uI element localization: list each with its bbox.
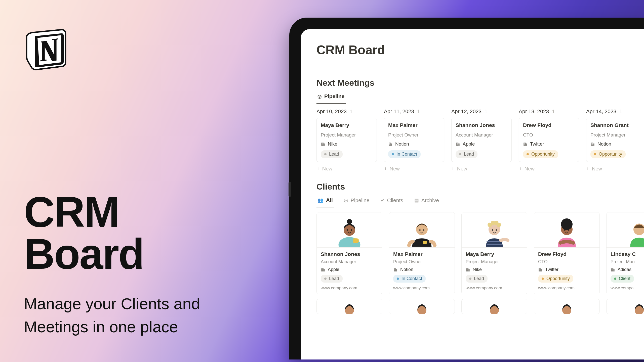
svg-rect-27 xyxy=(592,143,593,144)
status-badge: Opportunity xyxy=(538,275,573,283)
svg-rect-32 xyxy=(322,269,323,269)
svg-rect-15 xyxy=(457,143,458,144)
plus-icon: + xyxy=(519,166,522,172)
svg-rect-50 xyxy=(539,269,540,269)
tab-label: Pipeline xyxy=(324,93,345,99)
svg-rect-26 xyxy=(592,143,592,144)
device-screen: CRM Board Next Meetings ◎ Pipeline Apr 1… xyxy=(301,29,644,359)
svg-rect-33 xyxy=(323,269,323,269)
client-name: Shannon Jones xyxy=(321,251,378,257)
column-date: Apr 13, 2023 xyxy=(519,108,549,114)
svg-rect-40 xyxy=(394,270,395,270)
client-name: Max Palmer xyxy=(393,251,451,257)
client-role: Project Manager xyxy=(466,259,523,264)
meeting-name: Shannon Grant xyxy=(590,122,642,128)
svg-rect-1 xyxy=(324,144,325,146)
client-role: Account Manager xyxy=(321,259,378,264)
svg-rect-34 xyxy=(322,270,323,270)
meeting-role: Project Owner xyxy=(388,132,440,138)
svg-rect-48 xyxy=(539,268,541,271)
svg-rect-30 xyxy=(321,268,324,271)
new-button[interactable]: + New xyxy=(519,166,579,172)
client-card[interactable]: Drew Floyd CTO Twitter Opportunity www.c… xyxy=(534,212,600,294)
hero-subtitle: Manage your Clients and Meetings in one … xyxy=(24,292,200,338)
tab-archive[interactable]: ▤Archive xyxy=(413,197,440,207)
meeting-company: Apple xyxy=(456,141,507,147)
meeting-card[interactable]: Shannon Grant Project Manager Notion Opp… xyxy=(586,118,644,162)
svg-rect-24 xyxy=(591,143,593,146)
building-icon xyxy=(388,142,393,146)
svg-rect-45 xyxy=(467,269,468,269)
meeting-name: Shannon Jones xyxy=(456,122,507,128)
column-header: Apr 10, 2023 1 xyxy=(316,108,377,114)
new-button[interactable]: + New xyxy=(316,166,377,172)
client-url: www.company.com xyxy=(321,286,378,291)
notion-logo xyxy=(24,26,69,73)
svg-rect-14 xyxy=(457,143,457,144)
building-icon xyxy=(611,267,615,272)
svg-rect-19 xyxy=(526,144,527,146)
tab-label: Archive xyxy=(421,197,439,203)
svg-rect-5 xyxy=(323,144,323,145)
meetings-tabs: ◎ Pipeline xyxy=(316,93,644,103)
clients-tabs: 👥All◎Pipeline✔Clients▤Archive xyxy=(316,197,644,207)
tab-pipeline[interactable]: ◎Pipeline xyxy=(343,197,371,207)
client-avatar xyxy=(389,212,455,248)
client-card[interactable]: Lindsay C Project Man Adidas Client www.… xyxy=(606,212,644,294)
client-card[interactable]: Shannon Jones Account Manager Apple Lead… xyxy=(316,212,382,294)
client-avatar xyxy=(607,212,644,248)
status-badge: Opportunity xyxy=(523,150,558,158)
client-company: Twitter xyxy=(538,267,595,272)
meeting-card[interactable]: Shannon Jones Account Manager Apple Lead xyxy=(451,118,512,162)
new-button[interactable]: + New xyxy=(451,166,512,172)
check-icon: ✔ xyxy=(381,197,385,203)
svg-rect-3 xyxy=(323,143,323,144)
svg-rect-22 xyxy=(524,144,525,145)
svg-rect-4 xyxy=(322,144,323,145)
svg-rect-31 xyxy=(324,269,325,271)
tab-pipeline[interactable]: ◎ Pipeline xyxy=(316,93,346,104)
svg-rect-47 xyxy=(467,270,468,270)
meeting-company: Nike xyxy=(321,141,373,147)
meeting-name: Max Palmer xyxy=(388,122,440,128)
column-date: Apr 11, 2023 xyxy=(384,108,414,114)
client-card[interactable]: Maya Berry Project Manager Nike Lead www… xyxy=(461,212,527,294)
column-count: 1 xyxy=(350,109,352,114)
status-badge: In Contact xyxy=(388,150,421,158)
client-avatar xyxy=(607,299,644,314)
building-icon xyxy=(523,142,528,146)
meeting-role: Project Manager xyxy=(321,132,373,138)
svg-rect-9 xyxy=(390,143,390,144)
svg-rect-58 xyxy=(612,270,612,270)
meeting-card[interactable]: Drew Floyd CTO Twitter Opportunity xyxy=(519,118,579,162)
archive-icon: ▤ xyxy=(414,197,419,203)
column-count: 1 xyxy=(552,109,555,114)
client-card[interactable] xyxy=(534,299,600,314)
svg-rect-17 xyxy=(457,144,458,145)
column-header: Apr 14, 2023 1 xyxy=(586,108,644,114)
building-icon xyxy=(590,142,595,146)
client-card[interactable] xyxy=(461,299,527,314)
svg-rect-6 xyxy=(389,143,391,146)
meeting-card[interactable]: Maya Berry Project Manager Nike Lead xyxy=(316,118,377,162)
meeting-company: Twitter xyxy=(523,141,575,147)
new-label: New xyxy=(525,166,535,172)
target-icon: ◎ xyxy=(317,94,322,99)
target-icon: ◎ xyxy=(344,197,348,203)
meeting-role: CTO xyxy=(523,132,575,138)
new-button[interactable]: + New xyxy=(384,166,444,172)
client-card[interactable] xyxy=(316,299,382,314)
client-avatar xyxy=(534,299,599,314)
client-role: Project Owner xyxy=(393,259,451,264)
tab-clients[interactable]: ✔Clients xyxy=(380,197,404,207)
column-header: Apr 13, 2023 1 xyxy=(519,108,579,114)
client-card[interactable]: Max Palmer Project Owner Notion In Conta… xyxy=(389,212,455,294)
svg-rect-16 xyxy=(457,144,457,145)
tab-all[interactable]: 👥All xyxy=(316,197,334,207)
client-card[interactable] xyxy=(606,299,644,314)
meeting-card[interactable]: Max Palmer Project Owner Notion In Conta… xyxy=(384,118,444,162)
client-card[interactable] xyxy=(389,299,455,314)
svg-rect-8 xyxy=(389,143,390,144)
people-icon: 👥 xyxy=(317,197,324,203)
new-button[interactable]: + New xyxy=(586,166,644,172)
